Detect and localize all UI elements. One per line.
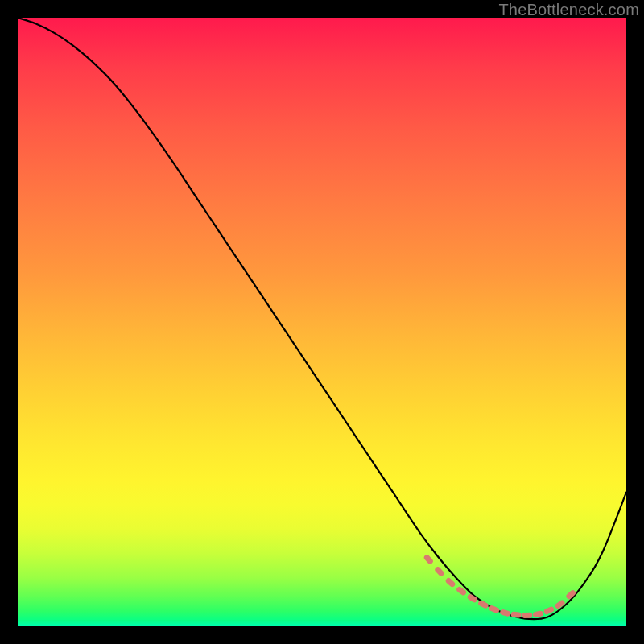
bead [499,609,510,617]
bead [554,599,566,609]
bead [444,577,456,588]
bottleneck-curve [18,18,626,619]
watermark-text: TheBottleneck.com [498,1,639,19]
bead [532,610,543,618]
bead [434,566,445,577]
bead [423,554,434,565]
bead [522,613,532,618]
bead [510,611,522,617]
chart-frame: TheBottleneck.com [0,0,644,644]
valley-beads [423,554,576,618]
curve-layer [18,18,626,626]
bead [477,600,489,609]
